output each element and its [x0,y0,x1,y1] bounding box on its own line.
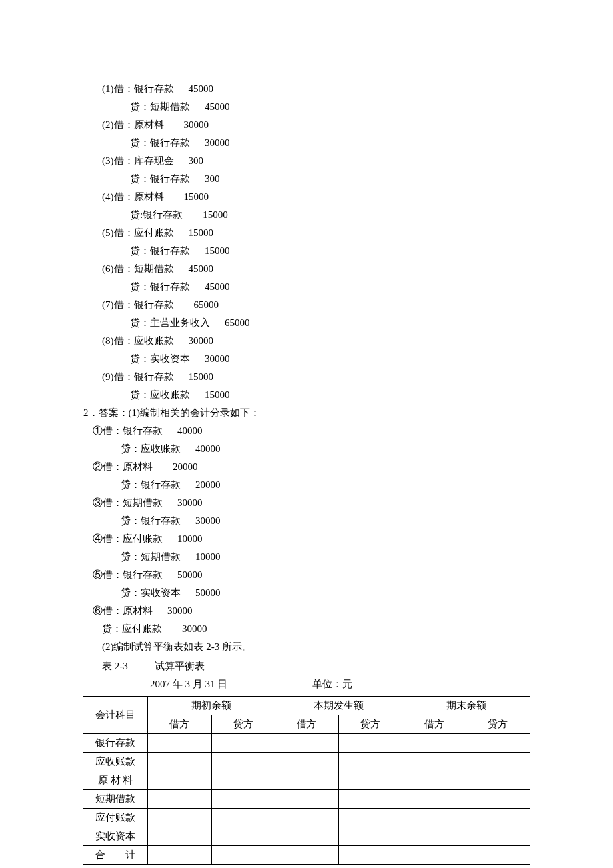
col-ending-header: 期末余额 [402,697,530,715]
document-content: (1)借：银行存款45000 贷：短期借款45000 (2)借：原材料30000… [83,80,530,868]
sub-entry-1-credit: 贷：应收账款40000 [121,440,530,458]
sub-entry-4-credit: 贷：短期借款10000 [121,548,530,566]
entry-5-debit: (5)借：应付账款15000 [102,224,530,242]
table-header-row-2: 借方 贷方 借方 贷方 借方 贷方 [83,715,530,734]
sub-header-debit-1: 借方 [148,715,212,734]
sub-entry-4-debit: ④借：应付账款10000 [93,530,530,548]
entry-9-credit: 贷：应收账款15000 [130,386,530,404]
table-row: 实收资本 [83,827,530,846]
sub-entry-1-debit: ①借：银行存款40000 [93,422,530,440]
entry-2-debit: (2)借：原材料30000 [102,116,530,134]
entry-6-debit: (6)借：短期借款45000 [102,260,530,278]
sub-entry-2-debit: ②借：原材料20000 [93,458,530,476]
entry-1-debit: (1)借：银行存款45000 [102,80,530,98]
table-date-unit: 2007 年 3 月 31 日单位：元 [150,675,530,693]
sub-entry-2-credit: 贷：银行存款20000 [121,476,530,494]
entry-7-credit: 贷：主营业务收入65000 [130,314,530,332]
entry-3-debit: (3)借：库存现金300 [102,152,530,170]
section-2-part-2: (2)编制试算平衡表如表 2-3 所示。 [102,638,530,656]
sub-entry-5-debit: ⑤借：银行存款50000 [93,566,530,584]
table-row: 合 计 [83,846,530,865]
table-row: 短期借款 [83,790,530,809]
sub-entry-5-credit: 贷：实收资本50000 [121,584,530,602]
sub-header-debit-3: 借方 [402,715,466,734]
sub-entry-3-credit: 贷：银行存款30000 [121,512,530,530]
entry-4-credit: 贷:银行存款15000 [130,206,530,224]
entry-8-debit: (8)借：应收账款30000 [102,332,530,350]
col-opening-header: 期初余额 [148,697,275,715]
sub-entry-6-credit: 贷：应付账款30000 [102,620,530,638]
entry-8-credit: 贷：实收资本30000 [130,350,530,368]
table-row: 原 材 料 [83,771,530,790]
entry-5-credit: 贷：银行存款15000 [130,242,530,260]
sub-header-debit-2: 借方 [275,715,339,734]
sub-entry-3-debit: ③借：短期借款30000 [93,494,530,512]
col-period-header: 本期发生额 [275,697,402,715]
entry-1-credit: 贷：短期借款45000 [130,98,530,116]
col-account-header: 会计科目 [83,697,148,734]
sub-entry-6-debit: ⑥借：原材料30000 [93,602,530,620]
entry-4-debit: (4)借：原材料15000 [102,188,530,206]
table-row: 应付账款 [83,809,530,827]
table-row: 银行存款 [83,734,530,753]
journal-entries-section-2: ①借：银行存款40000 贷：应收账款40000 ②借：原材料20000 贷：银… [83,422,530,638]
entry-9-debit: (9)借：银行存款15000 [102,368,530,386]
table-heading: 表 2-3试算平衡表 [102,657,530,675]
journal-entries-section-1: (1)借：银行存款45000 贷：短期借款45000 (2)借：原材料30000… [83,80,530,404]
entry-6-credit: 贷：银行存款45000 [130,278,530,296]
sub-header-credit-1: 贷方 [211,715,275,734]
entry-7-debit: (7)借：银行存款65000 [102,296,530,314]
table-header-row-1: 会计科目 期初余额 本期发生额 期末余额 [83,697,530,715]
sub-header-credit-3: 贷方 [466,715,530,734]
trial-balance-table: 会计科目 期初余额 本期发生额 期末余额 借方 贷方 借方 贷方 借方 贷方 银… [83,696,530,865]
section-2-intro: 2．答案：(1)编制相关的会计分录如下： [83,404,530,422]
entry-3-credit: 贷：银行存款300 [130,170,530,188]
table-row: 应收账款 [83,753,530,771]
sub-header-credit-2: 贷方 [338,715,402,734]
entry-2-credit: 贷：银行存款30000 [130,134,530,152]
